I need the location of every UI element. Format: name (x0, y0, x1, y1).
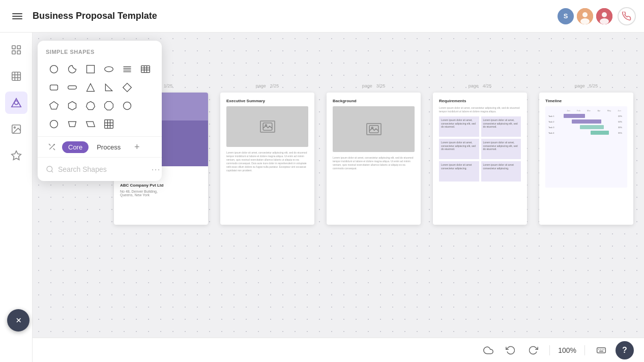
req-cell-4: Lorem ipsum dolor sit amet, consectetur … (481, 139, 521, 159)
sidebar-shapes-icon[interactable] (5, 92, 27, 114)
shape-table[interactable] (137, 61, 154, 77)
add-tab-button[interactable]: + (131, 141, 143, 153)
shape-empty3[interactable] (119, 116, 135, 132)
shape-empty[interactable] (137, 79, 154, 96)
slide-2-wrapper: page 2/25 Executive Summary Lorem ipsum (220, 83, 314, 225)
svg-rect-1 (12, 16, 22, 17)
slide-5-wrapper: page 5/25 Timeline Jan Feb Mar Apr (539, 83, 633, 225)
toolbar-divider-2 (584, 345, 585, 355)
slide-5[interactable]: Timeline Jan Feb Mar Apr May Jun (539, 93, 633, 225)
shapes-section-title: SIMPLE SHAPES (46, 49, 154, 55)
slide-4-title: Requirements (439, 99, 521, 103)
svg-marker-22 (11, 151, 20, 160)
undo-button[interactable] (503, 342, 519, 358)
svg-rect-10 (17, 46, 20, 49)
shape-circle[interactable] (46, 61, 62, 77)
shape-triangle[interactable] (82, 79, 99, 96)
fab-button[interactable]: + (7, 309, 30, 331)
shape-circle-outline[interactable] (119, 98, 135, 114)
avatar-b[interactable] (577, 8, 593, 24)
sidebar-image-icon[interactable] (5, 118, 27, 140)
shape-heptagon[interactable] (82, 98, 99, 114)
toolbar-divider (549, 345, 550, 355)
svg-rect-40 (68, 86, 77, 89)
slide-3-label: page 3/25 (362, 83, 386, 88)
svg-point-19 (14, 101, 18, 104)
slide-2[interactable]: Executive Summary Lorem ipsum dolor sit … (220, 93, 314, 225)
tab-process[interactable]: Process (91, 141, 127, 153)
search-input[interactable] (58, 165, 147, 173)
collaborators: S (558, 7, 636, 25)
svg-marker-50 (69, 122, 76, 127)
slide-3-wrapper: page 3/25 Background Lorem (327, 83, 421, 225)
timeline-header: Jan Feb Mar Apr May Jun (548, 109, 624, 112)
svg-point-27 (50, 66, 58, 73)
shape-grid[interactable] (101, 116, 117, 132)
tab-core[interactable]: Core (62, 141, 89, 153)
timeline-row-4: Task 4 35% (548, 131, 624, 135)
search-icon (46, 165, 54, 173)
shape-rounded-rect[interactable] (46, 79, 62, 96)
slide-5-label: page 5/25 (575, 83, 598, 88)
slide-2-image (226, 106, 308, 147)
sidebar-home-icon[interactable] (5, 39, 27, 61)
slide-3-image-placeholder (366, 123, 382, 135)
shapes-panel: SIMPLE SHAPES (38, 41, 162, 181)
sidebar-draw-icon[interactable] (5, 144, 27, 167)
shape-crescent[interactable] (64, 61, 80, 77)
zoom-level: 100% (558, 346, 576, 354)
image-placeholder-icon (260, 120, 275, 133)
help-button[interactable]: ? (616, 341, 634, 359)
svg-point-4 (582, 12, 588, 17)
svg-point-58 (53, 144, 55, 145)
shape-diamond[interactable] (119, 79, 135, 96)
cloud-save-button[interactable] (480, 342, 496, 358)
slide-1-company: ABC Company Pvt Ltd (120, 183, 202, 188)
timeline-row-2: Task 2 50% (548, 119, 624, 124)
shape-ellipse[interactable] (101, 61, 117, 77)
call-button[interactable] (618, 7, 636, 25)
timeline-chart: Jan Feb Mar Apr May Jun Task 1 (545, 106, 627, 188)
shape-pentagon[interactable] (46, 98, 62, 114)
shape-circle-2[interactable] (46, 116, 62, 132)
shape-trapezoid[interactable] (64, 116, 80, 132)
shape-parallelogram[interactable] (82, 116, 99, 132)
slide-4[interactable]: Requirements Lorem ipsum dolor sit amet,… (433, 93, 527, 225)
shape-lines[interactable] (119, 61, 135, 77)
timeline-row-1: Task 1 20% (548, 114, 624, 118)
slide-2-text: Lorem ipsum dolor sit amet, consectetur … (226, 151, 308, 172)
avatar-r[interactable] (596, 8, 612, 24)
avatar-s[interactable]: S (558, 8, 574, 24)
slide-3-title: Background (333, 99, 415, 103)
sidebar-crop-icon[interactable] (5, 65, 27, 87)
shape-octagon[interactable] (101, 98, 117, 114)
req-cell-5: Lorem ipsum dolor sit amet consectetur a… (439, 161, 479, 182)
req-cell-1: Lorem ipsum dolor sit amet, consectetur … (439, 116, 479, 137)
svg-point-21 (14, 127, 15, 128)
redo-button[interactable] (525, 342, 541, 358)
svg-rect-2 (12, 18, 22, 19)
slide-3[interactable]: Background Lorem ipsum dolor sit amet, c… (327, 93, 421, 225)
shape-hexagon[interactable] (64, 98, 80, 114)
svg-point-48 (124, 102, 131, 110)
shape-tabs: Core Process + (38, 136, 162, 157)
fab-icon: + (12, 314, 25, 327)
shape-square[interactable] (82, 61, 99, 77)
svg-marker-41 (87, 84, 95, 92)
svg-rect-61 (597, 348, 606, 353)
more-options-button[interactable]: ⋯ (151, 164, 160, 175)
shape-empty4[interactable] (137, 116, 154, 132)
svg-marker-46 (86, 102, 95, 110)
svg-line-60 (51, 171, 53, 172)
shape-right-triangle[interactable] (101, 79, 117, 96)
svg-rect-0 (12, 13, 22, 14)
svg-rect-39 (50, 85, 58, 90)
slide-3-image (333, 106, 415, 152)
keyboard-button[interactable] (593, 342, 609, 358)
svg-marker-45 (69, 102, 76, 110)
svg-point-59 (47, 166, 52, 172)
slide-4-wrapper: page 4/25 Requirements Lorem ipsum dolor… (433, 83, 527, 225)
menu-button[interactable] (8, 7, 26, 25)
shape-pill[interactable] (64, 79, 80, 96)
shape-empty2[interactable] (137, 98, 154, 114)
